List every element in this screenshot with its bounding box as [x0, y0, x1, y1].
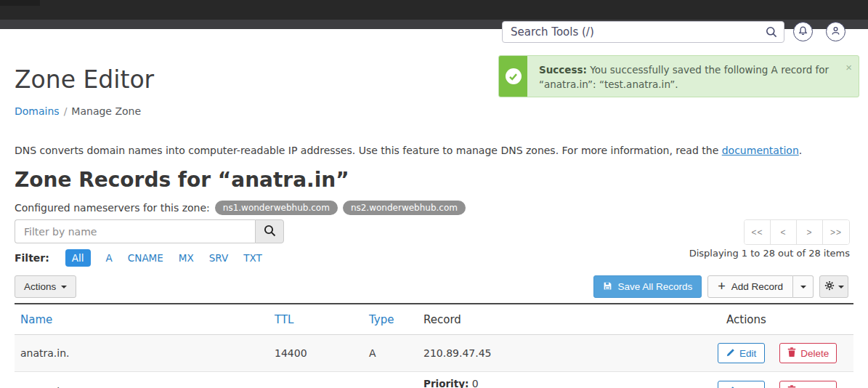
notifications-button[interactable]: [793, 22, 813, 41]
success-alert-title: Success:: [539, 64, 587, 76]
edit-button[interactable]: Edit: [718, 343, 765, 363]
column-header-type[interactable]: Type: [369, 313, 423, 326]
add-record-split-button: + Add Record: [707, 275, 814, 298]
breadcrumb-current: Manage Zone: [71, 105, 141, 117]
filter-option-txt[interactable]: TXT: [243, 252, 262, 264]
record-priority-label: Priority:: [423, 378, 469, 388]
tools-search: [502, 21, 784, 43]
nameservers-label: Configured nameservers for this zone:: [15, 202, 210, 214]
user-icon: [830, 25, 841, 39]
record-value: 210.89.47.45: [423, 347, 726, 359]
zone-records-heading: Zone Records for “anatra.in”: [15, 168, 349, 192]
column-header-record: Record: [423, 313, 726, 326]
topbar-tab: [0, 0, 40, 6]
breadcrumb: Domains/Manage Zone: [15, 105, 141, 117]
zone-records-table: Name TTL Type Record Actions anatra.in. …: [15, 303, 853, 388]
account-button[interactable]: [826, 22, 845, 41]
pencil-icon: [726, 348, 735, 359]
delete-button[interactable]: Delete: [779, 343, 837, 363]
success-check-icon: [506, 68, 522, 84]
nameserver-badge: ns2.wonderwebhub.com: [343, 201, 466, 215]
toolbar-right: Save All Records + Add Record: [593, 275, 848, 298]
breadcrumb-domains-link[interactable]: Domains: [15, 105, 60, 117]
filter-option-mx[interactable]: MX: [179, 252, 194, 264]
record-type: MX: [369, 372, 423, 388]
save-all-records-button[interactable]: Save All Records: [593, 275, 702, 298]
trash-icon: [787, 347, 796, 359]
filter-option-cname[interactable]: CNAME: [128, 252, 163, 264]
search-icon: [766, 26, 777, 41]
filter-option-srv[interactable]: SRV: [209, 252, 228, 264]
chevron-down-icon: [61, 286, 67, 288]
bell-icon: [798, 25, 808, 39]
search-icon: [264, 225, 276, 239]
record-type-filter: Filter: All A CNAME MX SRV TXT: [15, 249, 262, 267]
filter-input[interactable]: [15, 219, 255, 243]
success-alert-strip: [499, 56, 527, 97]
column-header-name[interactable]: Name: [15, 313, 275, 326]
nameservers-line: Configured nameservers for this zone: ns…: [15, 201, 466, 215]
table-row: anatra.in. 14400 MX Priority: 0 Edit: [15, 371, 853, 388]
record-ttl: 14400: [275, 347, 369, 359]
success-alert: Success: You successfully saved the foll…: [498, 55, 859, 97]
chevron-down-icon: [800, 286, 806, 288]
record-name: anatra.in.: [15, 347, 275, 359]
pagination-last-button[interactable]: >>: [823, 220, 849, 244]
pagination-first-button[interactable]: <<: [745, 220, 771, 244]
delete-button[interactable]: Delete: [779, 381, 837, 388]
filter-search-button[interactable]: [255, 219, 284, 243]
add-record-button[interactable]: + Add Record: [707, 275, 793, 298]
table-header-row: Name TTL Type Record Actions: [15, 304, 853, 335]
search-input[interactable]: [502, 21, 784, 43]
trash-icon: [787, 385, 796, 388]
column-header-actions: Actions: [726, 313, 853, 326]
nameserver-badge: ns1.wonderwebhub.com: [215, 201, 338, 215]
floppy-disk-icon: [603, 281, 612, 293]
table-settings-button[interactable]: [819, 275, 848, 298]
column-header-ttl[interactable]: TTL: [275, 313, 369, 326]
pagination-next-button[interactable]: >: [797, 220, 823, 244]
filter-option-all[interactable]: All: [65, 249, 91, 267]
add-record-dropdown-toggle[interactable]: [793, 275, 814, 298]
page-title: Zone Editor: [15, 65, 154, 94]
page-description: DNS converts domain names into computer-…: [15, 145, 821, 156]
filter-option-a[interactable]: A: [106, 252, 113, 264]
success-alert-message: Success: You successfully saved the foll…: [527, 56, 859, 97]
pencil-icon: [726, 386, 735, 388]
filter-by-name: [15, 219, 284, 243]
actions-dropdown-button[interactable]: Actions: [15, 275, 76, 298]
pagination-summary: Displaying 1 to 28 out of 28 items: [689, 248, 850, 259]
close-icon[interactable]: ×: [845, 62, 852, 73]
pagination-prev-button[interactable]: <: [771, 220, 797, 244]
pagination: << < > >>: [744, 219, 850, 245]
filter-label: Filter:: [15, 252, 49, 264]
record-name: anatra.in.: [15, 372, 275, 388]
table-row: anatra.in. 14400 A 210.89.47.45 Edit: [15, 335, 853, 371]
record-ttl: 14400: [275, 372, 369, 388]
record-type: A: [369, 347, 423, 359]
record-value: Priority: 0: [423, 372, 726, 388]
plus-icon: +: [718, 280, 726, 293]
gear-icon: [824, 280, 835, 293]
chevron-down-icon: [838, 286, 844, 288]
zone-editor-page: Success: You successfully saved the foll…: [0, 0, 868, 388]
documentation-link[interactable]: documentation: [722, 145, 799, 156]
edit-button[interactable]: Edit: [718, 381, 765, 388]
